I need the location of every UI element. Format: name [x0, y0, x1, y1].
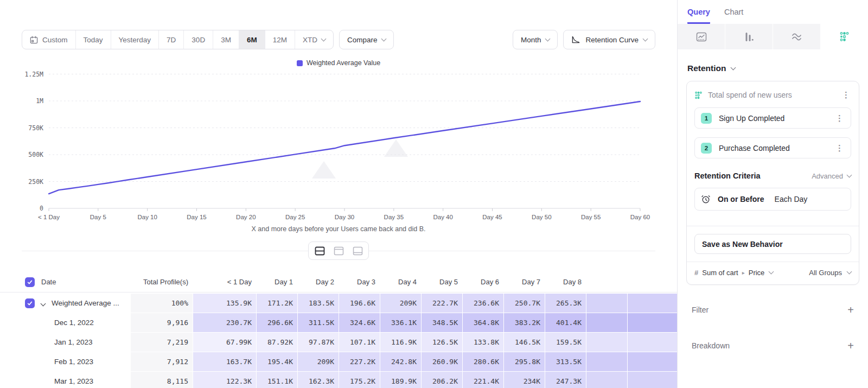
funnels-view-tab[interactable] [725, 24, 773, 49]
svg-text:Day 15: Day 15 [187, 214, 206, 220]
svg-text:750K: 750K [28, 124, 43, 132]
table-only-toggle[interactable] [349, 244, 366, 258]
row-checkbox[interactable] [25, 298, 35, 308]
total-profiles-cell: 100% [131, 294, 193, 313]
retention-value-cell: 195.4K [257, 352, 297, 371]
layout-toggle-row [22, 241, 655, 260]
retention-value-cell: 151.1K [257, 372, 297, 388]
svg-text:Day 40: Day 40 [433, 214, 452, 220]
advanced-dropdown[interactable]: Advanced [812, 172, 851, 180]
cutoff-cell [586, 294, 627, 313]
table-row[interactable]: Mar 1, 20238,115122.3K151.1K162.3K175.2K… [0, 372, 677, 388]
svg-text:Day 35: Day 35 [384, 214, 404, 220]
table-row[interactable]: Feb 1, 20237,912163.7K195.4K209K227.2K24… [0, 352, 677, 371]
event-menu-button[interactable]: ⋮ [834, 143, 845, 153]
chart-only-toggle[interactable] [330, 244, 347, 258]
retention-curve-icon [571, 36, 580, 44]
tab-chart[interactable]: Chart [724, 8, 743, 24]
range-3m[interactable]: 3M [213, 30, 239, 49]
breadcrumb-arrow-icon: ▸ [742, 270, 745, 276]
retention-view-tab[interactable] [820, 24, 868, 49]
total-profiles-cell: 9,916 [131, 313, 193, 332]
timing-value: Each Day [775, 195, 808, 203]
retention-value-cell: 227.2K [339, 352, 380, 371]
retention-chart-svg: 0250K500K750K1M1.25M< 1 DayDay 5Day 10Da… [22, 70, 655, 223]
col-header--1-day: < 1 Day [193, 272, 256, 292]
event-menu-button[interactable]: ⋮ [834, 113, 845, 123]
svg-text:250K: 250K [28, 178, 43, 186]
select-all-checkbox[interactable] [25, 277, 35, 287]
range-30d[interactable]: 30D [184, 30, 213, 49]
retention-value-cell: 250.7K [504, 294, 545, 313]
range-yesterday[interactable]: Yesterday [111, 30, 159, 49]
table-header-row: DateTotal Profile(s)< 1 DayDay 1Day 2Day… [0, 272, 677, 292]
retention-value-cell: 135.9K [193, 294, 256, 313]
chevron-down-icon [321, 36, 326, 41]
retention-value-cell: 221.4K [463, 372, 503, 388]
svg-text:Day 30: Day 30 [335, 214, 354, 220]
retention-value-cell: 163.7K [193, 352, 256, 371]
retention-section-header[interactable]: Retention [687, 63, 858, 73]
range-7d[interactable]: 7D [159, 30, 184, 49]
retention-value-cell: 87.92K [257, 333, 297, 352]
behavior-card-header: Total spend of new users ⋮ [687, 81, 859, 107]
retention-value-cell: 67.99K [193, 333, 256, 352]
legend-label: Weighted Average Value [307, 59, 380, 67]
save-as-new-behavior-button[interactable]: Save as New Behavior [694, 234, 851, 254]
measure-row: # Sum of cart ▸ Price All Groups [687, 262, 859, 284]
retention-icon [839, 31, 850, 42]
row-label: Jan 1, 2023 [25, 338, 93, 346]
expand-chevron-icon[interactable] [41, 301, 46, 307]
col-header-day-5: Day 5 [422, 272, 462, 292]
compare-button[interactable]: Compare [339, 30, 394, 49]
svg-text:Day 20: Day 20 [236, 214, 256, 220]
col-header-day-2: Day 2 [298, 272, 339, 292]
retention-value-cell: 97.87K [298, 333, 339, 352]
svg-text:1M: 1M [36, 97, 43, 105]
all-groups-dropdown[interactable]: All Groups [809, 269, 851, 277]
svg-text:Day 5: Day 5 [90, 214, 106, 220]
retention-criteria-row: Retention Criteria Advanced [694, 171, 851, 180]
tab-query[interactable]: Query [687, 8, 710, 24]
range-custom[interactable]: Custom [22, 30, 76, 49]
table-row[interactable]: Dec 1, 20229,916230.7K296.6K311.5K324.6K… [0, 313, 677, 332]
retention-timing-row[interactable]: On or Before Each Day [694, 188, 851, 211]
range-today[interactable]: Today [76, 30, 111, 49]
chart-legend[interactable]: Weighted Average Value [0, 59, 677, 67]
retention-value-cell: 348.5K [422, 313, 462, 332]
behavior-menu-button[interactable]: ⋮ [841, 90, 851, 100]
event-step-2[interactable]: 2 Purchase Completed ⋮ [694, 137, 851, 158]
retention-value-cell: 260.9K [422, 352, 462, 371]
range-6m[interactable]: 6M [239, 30, 265, 49]
table-row[interactable]: Jan 1, 20237,21967.99K87.92K97.87K107.1K… [0, 333, 677, 352]
retention-value-cell: 126.5K [422, 333, 462, 352]
chevron-down-icon [643, 36, 648, 41]
svg-text:Day 25: Day 25 [285, 214, 305, 220]
retention-line-chart: 0250K500K750K1M1.25M< 1 DayDay 5Day 10Da… [22, 70, 655, 225]
event-step-1[interactable]: 1 Sign Up Completed ⋮ [694, 107, 851, 129]
split-view-toggle[interactable] [311, 244, 328, 258]
table-row[interactable]: Weighted Average ...100%135.9K171.2K183.… [0, 294, 677, 313]
retention-value-cell: 122.3K [193, 372, 256, 388]
retention-value-cell: 230.7K [193, 313, 256, 332]
retention-value-cell: 236.6K [463, 294, 503, 313]
measure-property[interactable]: Sum of cart [702, 269, 738, 277]
cutoff-cell [628, 294, 677, 313]
retention-value-cell: 383.2K [504, 313, 545, 332]
svg-text:Day 45: Day 45 [482, 214, 502, 220]
insights-view-tab[interactable] [678, 24, 725, 49]
flows-view-tab[interactable] [773, 24, 820, 49]
layout-toggle-group [308, 241, 369, 260]
retention-value-cell: 206.2K [422, 372, 462, 388]
svg-text:Day 50: Day 50 [532, 214, 551, 220]
add-filter-button[interactable]: + [847, 304, 854, 315]
chart-type-button[interactable]: Retention Curve [563, 30, 655, 49]
granularity-button[interactable]: Month [513, 30, 558, 49]
add-breakdown-button[interactable]: + [847, 340, 854, 351]
retention-value-cell: 296.6K [257, 313, 297, 332]
retention-value-cell: 280.6K [463, 352, 503, 371]
range-xtd[interactable]: XTD [295, 30, 333, 49]
measure-subproperty[interactable]: Price [749, 269, 765, 277]
retention-value-cell: 209K [380, 294, 421, 313]
range-12m[interactable]: 12M [265, 30, 295, 49]
